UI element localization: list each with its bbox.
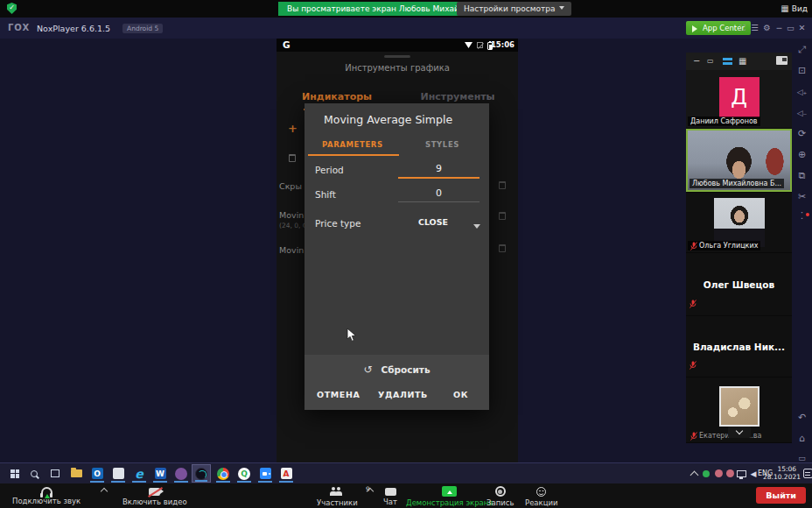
volume-down-icon[interactable]: ◁₋ <box>792 107 812 119</box>
share-screen-button[interactable]: Демонстрация экрана <box>406 485 494 507</box>
thumbnail-view-icon[interactable]: ▭ <box>707 56 714 67</box>
ie-icon: e <box>135 467 144 481</box>
participant-name: Олег Швецов <box>686 253 792 315</box>
participant-tile[interactable]: Екатерина М...ва <box>686 377 792 442</box>
shared-folder-icon[interactable]: ⧉ <box>792 170 812 182</box>
gallery-view-icon[interactable]: ▦ <box>738 56 746 67</box>
participant-tile[interactable]: Владислав Ник... <box>686 316 792 377</box>
close-button[interactable]: ✕ <box>796 22 808 34</box>
android-version-badge: Android 5 <box>122 24 163 33</box>
noxplayer-taskbar-button[interactable] <box>192 464 211 483</box>
chrome-button[interactable] <box>214 464 233 483</box>
participant-tile-active-speaker[interactable]: Любовь Михайловна Б... <box>686 129 792 192</box>
participant-tile[interactable]: Ольга Углицких <box>686 193 792 252</box>
participants-panel: − ▭ ▦ Д Даниил Сафронов Любовь Михайловн… <box>686 53 792 443</box>
gift-icon[interactable]: ⛶ <box>737 22 748 34</box>
participant-tile[interactable]: Д Даниил Сафронов <box>686 70 792 128</box>
q-app-button[interactable]: Q <box>234 464 254 483</box>
popout-panel-icon[interactable] <box>776 56 788 65</box>
trash-icon[interactable] <box>499 212 506 220</box>
panel-header: − ▭ ▦ <box>686 53 792 70</box>
trash-icon[interactable] <box>289 154 296 162</box>
fullscreen-icon[interactable]: ⤢ <box>792 44 812 56</box>
outlook-icon: O <box>92 468 103 479</box>
delete-button[interactable]: УДАЛИТЬ <box>378 390 428 399</box>
participant-tile[interactable]: Олег Швецов <box>686 253 792 315</box>
minimize-button[interactable]: − <box>774 22 785 34</box>
chevron-up-icon <box>101 488 108 495</box>
zoom-app-button[interactable] <box>256 464 275 483</box>
participants-button[interactable]: Участники 9 <box>317 485 358 507</box>
more-actions-icon[interactable]: ⁚ <box>792 210 812 222</box>
tab-tools[interactable]: Инструменты <box>397 91 518 102</box>
tab-indicators[interactable]: Индикаторы <box>276 91 397 102</box>
search-icon <box>31 470 38 477</box>
notification-icon <box>803 469 812 478</box>
notes-app-button[interactable] <box>108 464 128 483</box>
rotate-screen-icon[interactable]: ⟳ <box>792 128 812 140</box>
word-button[interactable]: W <box>150 464 170 483</box>
minimize-panel-icon[interactable]: − <box>693 56 700 67</box>
tray-time[interactable]: 15:06 <box>774 465 796 473</box>
start-video-button[interactable]: Включить видео <box>122 485 187 506</box>
file-explorer-button[interactable] <box>66 464 86 483</box>
cancel-button[interactable]: ОТМЕНА <box>317 390 360 399</box>
tab-parameters[interactable]: PARAMETERS <box>322 140 383 149</box>
dialog-title: Moving Average Simple <box>324 113 452 126</box>
price-type-select[interactable]: CLOSE <box>398 217 468 227</box>
shake-icon[interactable]: ✂ <box>792 191 812 203</box>
video-icon[interactable]: ⊡ <box>792 65 812 77</box>
outlook-button[interactable]: O <box>88 464 107 483</box>
task-view-button[interactable] <box>46 464 65 483</box>
tray-date[interactable]: 28.10.2021 <box>763 473 796 481</box>
screenshot-icon[interactable]: ⊕ <box>792 149 812 161</box>
drag-handle[interactable] <box>384 55 410 58</box>
viber-button[interactable] <box>172 464 191 483</box>
period-input[interactable]: 9 <box>398 163 480 174</box>
maximize-button[interactable]: ▭ <box>785 22 796 34</box>
shift-label: Shift <box>315 189 336 200</box>
join-audio-button[interactable]: Подключить звук <box>12 485 80 505</box>
dropdown-caret-icon[interactable] <box>473 224 480 232</box>
chevron-down-icon <box>559 6 564 12</box>
speaker-icon: ◀ <box>751 469 757 478</box>
acrobat-button[interactable]: A <box>276 464 296 483</box>
leave-button[interactable]: Выйти <box>756 487 806 504</box>
noxplayer-logo: ΓOX <box>8 23 30 32</box>
tab-styles[interactable]: STYLES <box>425 140 459 149</box>
noxplayer-title: NoxPlayer 6.6.1.5 <box>37 24 110 33</box>
android-back-icon[interactable]: ↶ <box>792 412 812 424</box>
indicator-item-label: Movin <box>279 210 304 220</box>
ok-button[interactable]: ОК <box>453 390 468 399</box>
share-screen-icon <box>442 486 457 497</box>
shift-input[interactable]: 0 <box>398 187 480 199</box>
reactions-button[interactable]: Реакции <box>525 485 558 507</box>
volume-up-icon[interactable]: ◁₊ <box>792 86 812 98</box>
start-button[interactable] <box>5 464 24 483</box>
view-button[interactable]: ▦Вид <box>780 3 808 15</box>
add-indicator-icon[interactable]: + <box>288 122 298 135</box>
collapse-panel-chevron-button[interactable] <box>728 427 751 438</box>
grid-view-icon: ▦ <box>780 4 788 13</box>
participants-options-chevron[interactable] <box>368 489 373 494</box>
shift-underline <box>398 201 480 202</box>
viber-icon <box>175 468 187 480</box>
settings-gear-icon[interactable]: ⚙ <box>761 22 773 34</box>
folder-icon <box>71 469 82 477</box>
trash-icon[interactable] <box>499 181 506 189</box>
trash-icon[interactable] <box>499 244 506 252</box>
strip-view-icon[interactable] <box>723 58 732 65</box>
android-home-icon[interactable]: ⌂ <box>792 433 812 445</box>
internet-explorer-button[interactable]: e <box>130 464 149 483</box>
menu-icon[interactable]: ☰ <box>749 22 760 34</box>
action-center-button[interactable] <box>798 464 812 483</box>
reset-button[interactable]: ↺Сбросить <box>304 363 489 376</box>
record-button[interactable]: Запись <box>486 485 514 507</box>
mic-muted-icon <box>690 295 696 312</box>
chat-button[interactable]: Чат <box>383 485 397 506</box>
view-settings-button[interactable]: Настройки просмотра <box>457 2 571 16</box>
audio-options-chevron[interactable] <box>102 489 107 494</box>
search-button[interactable] <box>24 464 44 483</box>
document-icon <box>113 468 124 479</box>
chevron-up-icon <box>367 488 374 495</box>
